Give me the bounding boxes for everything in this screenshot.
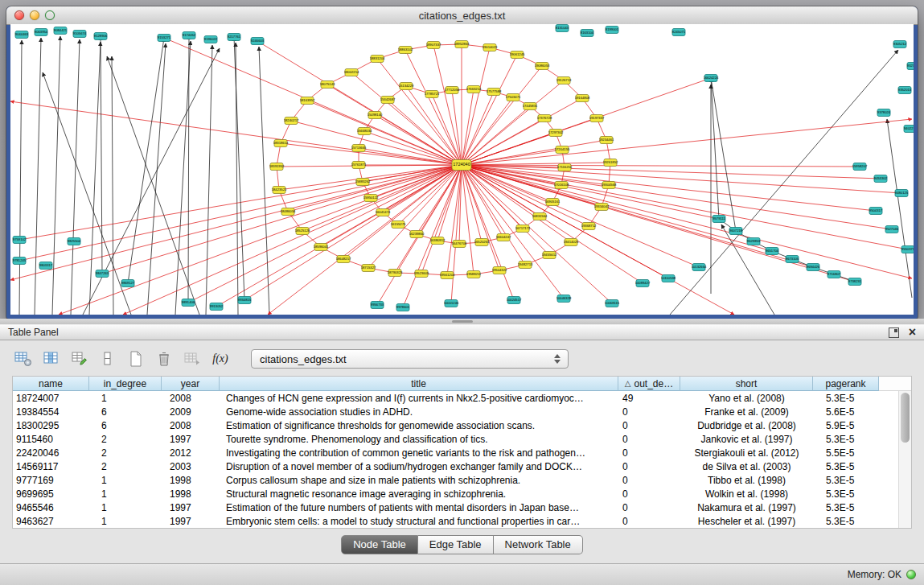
network-node[interactable]: 15498140 <box>368 112 383 119</box>
network-node[interactable]: 19197337 <box>589 115 605 122</box>
network-node[interactable]: 18831204 <box>370 56 385 63</box>
network-node[interactable]: 18240217 <box>284 117 299 125</box>
scrollbar-thumb[interactable] <box>901 393 910 443</box>
function-builder-button[interactable]: f(x) <box>210 349 231 369</box>
network-node[interactable]: 19126713 <box>556 77 572 84</box>
network-node[interactable]: 9891406 <box>182 299 195 307</box>
network-node[interactable]: 9847263 <box>96 270 109 278</box>
network-node[interactable]: 17297302 <box>548 130 564 137</box>
network-node[interactable]: 19368712 <box>581 223 597 230</box>
network-node[interactable]: 9759102 <box>13 237 27 244</box>
network-node[interactable]: 9934815 <box>238 297 252 304</box>
tab-edge-table[interactable]: Edge Table <box>418 535 494 554</box>
network-node[interactable]: 9128906 <box>94 33 108 40</box>
column-header-out-de-[interactable]: △out_de… <box>618 377 680 391</box>
network-node[interactable]: 9153271 <box>158 35 171 42</box>
table-row[interactable]: 946554611997Estimation of the future num… <box>13 501 899 514</box>
zoom-window-button[interactable] <box>45 10 55 20</box>
table-row[interactable]: 911546021997Tourette syndrome. Phenomeno… <box>13 432 899 446</box>
network-node[interactable]: 10110538 <box>661 275 676 282</box>
network-node[interactable]: 16476706 <box>452 241 467 248</box>
network-node[interactable]: 18423521 <box>272 187 287 194</box>
network-node[interactable]: 9694426 <box>807 264 820 271</box>
row-height-button[interactable] <box>97 349 118 369</box>
network-node[interactable]: 9673105 <box>786 256 799 263</box>
network-node[interactable]: 18002214 <box>344 69 359 76</box>
network-canvas[interactable]: 1724040151342291534268715498140156680341… <box>10 24 914 315</box>
close-panel-icon[interactable]: × <box>909 328 916 337</box>
network-node[interactable]: 9956733 <box>371 302 384 309</box>
network-node[interactable]: 18863102 <box>398 47 413 54</box>
network-node[interactable]: 9378024 <box>877 109 891 117</box>
column-header-short[interactable]: short <box>680 377 813 391</box>
network-node[interactable]: 9978601 <box>396 304 410 311</box>
column-header-in-degree[interactable]: in_degree <box>89 377 162 391</box>
network-node[interactable]: 19061245 <box>510 51 525 59</box>
network-node[interactable]: 9352013 <box>898 87 912 94</box>
network-node[interactable]: 19523605 <box>414 270 429 278</box>
network-node[interactable]: 9527046 <box>885 226 899 233</box>
network-node[interactable]: 15883262 <box>355 179 371 186</box>
network-node[interactable]: 17712056 <box>445 87 460 94</box>
table-row[interactable]: 1938455462009Genome-wide association stu… <box>13 405 899 418</box>
column-header-pagerank[interactable]: pagerank <box>813 377 879 391</box>
network-node[interactable]: 16717171 <box>515 225 531 233</box>
network-node[interactable]: 18486034 <box>281 208 296 216</box>
network-node[interactable]: 16831564 <box>532 213 548 220</box>
network-node[interactable]: 15958207 <box>852 163 868 171</box>
network-node[interactable]: 19086053 <box>535 63 550 70</box>
network-node[interactable]: 9217761 <box>228 34 241 41</box>
network-node[interactable]: 10001246 <box>444 300 459 307</box>
network-node[interactable]: 17663214 <box>466 86 482 93</box>
network-node[interactable]: 9480125 <box>895 190 909 197</box>
network-node[interactable]: 16520261 <box>474 239 490 246</box>
network-node[interactable]: 19561204 <box>440 272 455 279</box>
table-chooser-select[interactable]: citations_edges.txt <box>251 349 569 369</box>
table-row[interactable]: 969969511998Structural magnetic resonanc… <box>13 487 899 501</box>
network-node[interactable]: 9716807 <box>827 271 841 278</box>
network-node[interactable]: 9651704 <box>766 248 779 255</box>
network-node[interactable]: 10024517 <box>507 297 522 304</box>
network-node[interactable]: 15134229 <box>399 83 414 90</box>
network-node[interactable]: 18648217 <box>336 256 351 263</box>
network-node[interactable]: 19588211 <box>466 271 482 278</box>
network-node[interactable]: 9825504 <box>68 238 81 245</box>
network-node[interactable]: 9781245 <box>13 257 27 265</box>
network-window-titlebar[interactable]: citations_edges.txt <box>6 6 918 25</box>
network-node[interactable]: 15761871 <box>351 162 367 169</box>
network-node[interactable]: 9869127 <box>121 280 135 287</box>
network-node[interactable]: 9738231 <box>848 278 862 286</box>
network-node[interactable]: 19014023 <box>483 44 498 51</box>
network-node[interactable]: 15342687 <box>380 97 396 104</box>
table-row[interactable]: 1872400712008Changes of HCN gene express… <box>13 391 899 405</box>
table-mode-button[interactable] <box>13 349 34 369</box>
network-node[interactable]: 9607218 <box>729 228 743 235</box>
network-node[interactable]: 17016108 <box>554 182 569 189</box>
network-node[interactable]: 8163104 <box>581 30 594 37</box>
network-node[interactable]: 18318614 <box>273 140 289 147</box>
network-node[interactable]: 9504317 <box>869 208 883 215</box>
network-node[interactable]: 10068115 <box>605 300 620 307</box>
column-header-title[interactable]: title <box>220 377 618 391</box>
network-node[interactable]: 15668034 <box>357 128 372 135</box>
network-node[interactable]: 19482713 <box>518 262 533 269</box>
network-node[interactable]: 19455612 <box>542 252 557 259</box>
network-node[interactable]: 9084421 <box>54 27 68 35</box>
import-table-button[interactable] <box>182 349 203 369</box>
network-node[interactable]: 9550371 <box>901 246 914 253</box>
new-document-button[interactable] <box>125 349 146 369</box>
network-node[interactable]: 9305212 <box>893 41 907 48</box>
network-node[interactable]: 18952863 <box>454 41 470 48</box>
network-node[interactable]: 16905161 <box>545 199 561 206</box>
network-node[interactable]: 9579111 <box>713 216 726 223</box>
network-node[interactable]: 18075143 <box>320 81 335 89</box>
network-node[interactable]: 17116210 <box>557 164 573 171</box>
table-row[interactable]: 1830029562008Estimation of significance … <box>13 418 899 432</box>
network-node[interactable]: 19234461 <box>599 137 614 144</box>
table-row[interactable]: 946362711997Embryonic stem cells: a mode… <box>13 514 899 528</box>
network-node[interactable]: 9453302 <box>874 175 888 183</box>
table-row[interactable]: 977716911998Corpus callosum shape and si… <box>13 473 899 487</box>
network-node[interactable]: 9402211 <box>904 126 914 133</box>
network-node[interactable]: 15713665 <box>351 145 367 152</box>
close-window-button[interactable] <box>14 10 24 20</box>
